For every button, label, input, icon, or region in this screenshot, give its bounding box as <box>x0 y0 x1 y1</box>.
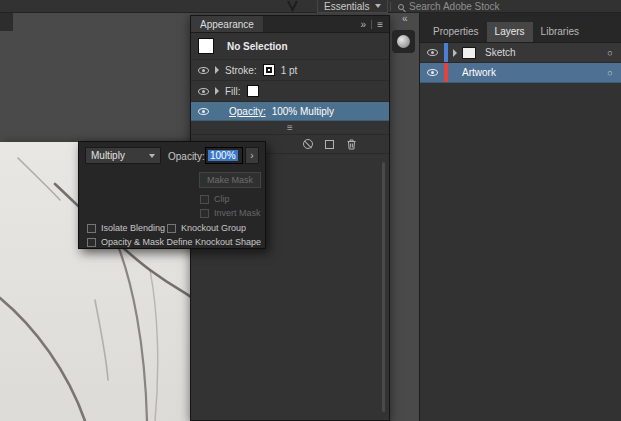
collapsed-panel-icon[interactable] <box>392 30 415 53</box>
no-selection-label: No Selection <box>227 41 288 52</box>
eye-icon[interactable] <box>198 108 209 115</box>
eye-icon[interactable] <box>198 88 209 95</box>
scrollbar[interactable] <box>382 162 385 412</box>
fill-swatch[interactable] <box>247 85 259 97</box>
panel-thumbnail-circle <box>397 35 410 48</box>
blend-mode-select[interactable]: Multiply <box>85 147 161 164</box>
dock-tabbar: Properties Layers Libraries <box>420 13 621 43</box>
layer-name[interactable]: Sketch <box>481 47 599 58</box>
tab-layers[interactable]: Layers <box>487 22 533 42</box>
fill-label[interactable]: Fill: <box>225 86 241 97</box>
right-dock: Properties Layers Libraries Sketch ○ <box>419 13 621 421</box>
tab-libraries-label: Libraries <box>541 26 579 37</box>
appearance-row-no-selection: No Selection <box>191 33 389 60</box>
invert-mask-checkbox[interactable]: Invert Mask <box>200 208 261 218</box>
stroke-label[interactable]: Stroke: <box>225 65 257 76</box>
tab-properties-label: Properties <box>433 26 479 37</box>
no-selection-swatch <box>198 38 214 54</box>
workspace-label: Essentials <box>324 1 370 12</box>
clear-appearance-icon[interactable] <box>303 139 313 149</box>
make-mask-label: Make Mask <box>207 175 253 185</box>
expand-layer-cell <box>448 49 462 57</box>
checkbox-icon <box>200 209 209 218</box>
opacity-label: Opacity: <box>168 151 205 162</box>
tools-panel-edge <box>0 13 13 31</box>
opacity-input[interactable]: 100% <box>205 147 243 164</box>
search-placeholder: Search Adobe Stock <box>409 1 500 12</box>
tab-properties[interactable]: Properties <box>425 22 487 42</box>
duplicate-item-icon[interactable] <box>325 140 334 149</box>
appearance-tab-label: Appearance <box>200 19 254 30</box>
trash-icon[interactable] <box>346 138 357 150</box>
eye-icon[interactable] <box>427 69 438 76</box>
panel-menu-icon[interactable]: ≡ <box>377 19 383 30</box>
knockout-group-checkbox[interactable]: Knockout Group <box>167 223 246 233</box>
collapse-panel-icon[interactable]: » <box>361 19 367 30</box>
define-knockout-checkbox[interactable]: Opacity & Mask Define Knockout Shape <box>87 237 261 247</box>
knockout-group-label: Knockout Group <box>181 223 246 233</box>
stepper-arrow-icon: › <box>250 150 253 161</box>
make-mask-button[interactable]: Make Mask <box>199 172 261 188</box>
divider <box>371 20 372 29</box>
divider <box>390 2 391 11</box>
chevron-down-icon <box>149 154 155 158</box>
isolate-blending-checkbox[interactable]: Isolate Blending <box>87 223 165 233</box>
invert-mask-label: Invert Mask <box>214 208 261 218</box>
checkbox-icon <box>87 238 96 247</box>
target-circle-icon[interactable]: ○ <box>599 48 621 58</box>
opacity-value[interactable]: 100% Multiply <box>272 106 334 117</box>
visibility-cell <box>420 69 444 76</box>
v-tool-icon <box>287 1 298 12</box>
tab-layers-label: Layers <box>495 26 525 37</box>
isolate-blending-label: Isolate Blending <box>101 223 165 233</box>
eye-icon[interactable] <box>198 67 209 74</box>
opacity-stepper-button[interactable]: › <box>245 147 259 164</box>
clip-label: Clip <box>214 194 230 204</box>
search-icon <box>398 4 404 10</box>
list-icon: ≡ <box>287 122 293 133</box>
appearance-row-stroke[interactable]: Stroke: 1 pt <box>191 60 389 81</box>
appearance-row-fill[interactable]: Fill: <box>191 81 389 102</box>
checkbox-icon <box>167 224 176 233</box>
expand-dock-icon[interactable]: « <box>402 13 408 24</box>
blend-mode-value: Multiply <box>91 150 125 161</box>
appearance-panel-header: Appearance » ≡ <box>191 16 389 33</box>
stroke-weight-value[interactable]: 1 pt <box>281 65 298 76</box>
stroke-swatch[interactable] <box>263 64 275 76</box>
chevron-down-icon <box>375 4 381 8</box>
target-circle-icon[interactable]: ○ <box>599 68 621 78</box>
eye-icon[interactable] <box>427 49 438 56</box>
define-knockout-label: Opacity & Mask Define Knockout Shape <box>101 237 261 247</box>
chevron-right-icon[interactable] <box>215 66 219 74</box>
stock-search-box[interactable]: Search Adobe Stock <box>398 0 500 13</box>
illustrator-window: Essentials Search Adobe Stock Appearance… <box>0 0 621 421</box>
tab-appearance[interactable]: Appearance <box>191 16 263 32</box>
checkbox-icon <box>200 195 209 204</box>
workspace-switcher[interactable]: Essentials <box>317 0 388 13</box>
top-application-bar: Essentials Search Adobe Stock <box>0 0 621 13</box>
checkbox-icon <box>87 224 96 233</box>
row-options-indicator: ≡ <box>191 121 389 134</box>
chevron-right-icon[interactable] <box>453 49 457 57</box>
clip-checkbox[interactable]: Clip <box>200 194 230 204</box>
opacity-link[interactable]: Opacity: <box>229 106 266 117</box>
layer-row-sketch[interactable]: Sketch ○ <box>420 43 621 63</box>
layer-row-artwork[interactable]: Artwork ○ <box>420 63 621 83</box>
chevron-right-icon[interactable] <box>215 87 219 95</box>
layer-name[interactable]: Artwork <box>448 67 599 78</box>
tab-libraries[interactable]: Libraries <box>533 22 587 42</box>
appearance-row-opacity-selected[interactable]: Opacity: 100% Multiply <box>191 102 389 121</box>
layer-thumbnail <box>462 47 476 59</box>
transparency-popup: Multiply Opacity: 100% › Make Mask Clip … <box>78 141 266 249</box>
visibility-cell <box>420 49 444 56</box>
opacity-input-value: 100% <box>208 150 238 161</box>
